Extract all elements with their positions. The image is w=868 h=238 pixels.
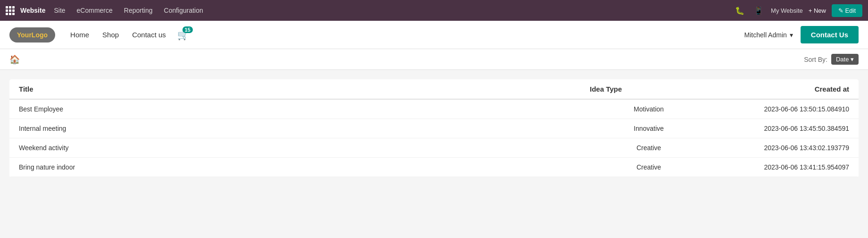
contact-us-button[interactable]: Contact Us xyxy=(801,26,859,43)
nav-ecommerce[interactable]: eCommerce xyxy=(72,5,117,16)
bug-icon[interactable]: 🐛 xyxy=(733,4,746,17)
table-row[interactable]: Internal meeting Innovative 2023-06-06 1… xyxy=(9,119,859,138)
row-title-2: Weekend activity xyxy=(19,144,590,152)
chevron-down-icon: ▾ xyxy=(790,31,793,39)
website-nav: YourLogo Home Shop Contact us 🛒 15 Mitch… xyxy=(0,21,868,49)
row-idea-type-3: Creative xyxy=(590,163,708,171)
row-title-0: Best Employee xyxy=(19,105,590,113)
row-created-at-0: 2023-06-06 13:50:15.084910 xyxy=(708,105,849,113)
header-idea-type: Idea Type xyxy=(590,85,708,93)
logo: YourLogo xyxy=(9,27,55,42)
row-idea-type-2: Creative xyxy=(590,144,708,152)
table-header: Title Idea Type Created at xyxy=(9,79,859,100)
new-button[interactable]: + New xyxy=(809,7,826,14)
nav-site[interactable]: Site xyxy=(49,5,70,16)
header-title: Title xyxy=(19,85,590,93)
my-website-button[interactable]: My Website xyxy=(771,7,803,14)
nav-shop[interactable]: Shop xyxy=(97,28,124,42)
table-row[interactable]: Best Employee Motivation 2023-06-06 13:5… xyxy=(9,100,859,119)
admin-bar: Website Site eCommerce Reporting Configu… xyxy=(0,0,868,21)
row-created-at-2: 2023-06-06 13:43:02.193779 xyxy=(708,144,849,152)
sort-option: Date ▾ xyxy=(836,56,854,63)
admin-bar-right: 🐛 📱 My Website + New ✎ Edit xyxy=(733,4,862,17)
sort-by-label: Sort By: xyxy=(804,56,827,63)
user-dropdown[interactable]: Mitchell Admin ▾ xyxy=(744,31,793,39)
sort-by: Sort By: Date ▾ xyxy=(804,54,859,65)
home-breadcrumb-icon[interactable]: 🏠 xyxy=(9,54,20,65)
nav-right: Mitchell Admin ▾ Contact Us xyxy=(744,26,859,43)
nav-links: Home Shop Contact us 🛒 15 xyxy=(65,28,744,42)
header-created-at: Created at xyxy=(708,85,849,93)
nav-reporting[interactable]: Reporting xyxy=(119,5,157,16)
table-row[interactable]: Weekend activity Creative 2023-06-06 13:… xyxy=(9,138,859,158)
ideas-table: Title Idea Type Created at Best Employee… xyxy=(9,79,859,177)
breadcrumb-bar: 🏠 Sort By: Date ▾ xyxy=(0,49,868,70)
row-idea-type-0: Motivation xyxy=(590,105,708,113)
edit-button[interactable]: ✎ Edit xyxy=(832,4,862,17)
row-created-at-3: 2023-06-06 13:41:15.954097 xyxy=(708,163,849,171)
row-title-1: Internal meeting xyxy=(19,125,590,132)
cart-count: 15 xyxy=(182,26,193,33)
apps-icon[interactable] xyxy=(6,6,15,15)
nav-configuration[interactable]: Configuration xyxy=(159,5,208,16)
cart-badge[interactable]: 🛒 15 xyxy=(177,29,189,41)
row-idea-type-1: Innovative xyxy=(590,125,708,132)
nav-home[interactable]: Home xyxy=(65,28,95,42)
admin-bar-left: Website Site eCommerce Reporting Configu… xyxy=(6,5,729,16)
website-label: Website xyxy=(20,7,45,14)
sort-dropdown[interactable]: Date ▾ xyxy=(831,54,859,65)
mobile-icon[interactable]: 📱 xyxy=(752,4,765,17)
row-created-at-1: 2023-06-06 13:45:50.384591 xyxy=(708,125,849,132)
row-title-3: Bring nature indoor xyxy=(19,163,590,171)
nav-contact-us[interactable]: Contact us xyxy=(126,28,172,42)
logo-text: YourLogo xyxy=(17,31,48,39)
user-name: Mitchell Admin xyxy=(744,31,787,39)
table-row[interactable]: Bring nature indoor Creative 2023-06-06 … xyxy=(9,158,859,177)
content-area: 🏠 Sort By: Date ▾ Title Idea Type Create… xyxy=(0,49,868,238)
